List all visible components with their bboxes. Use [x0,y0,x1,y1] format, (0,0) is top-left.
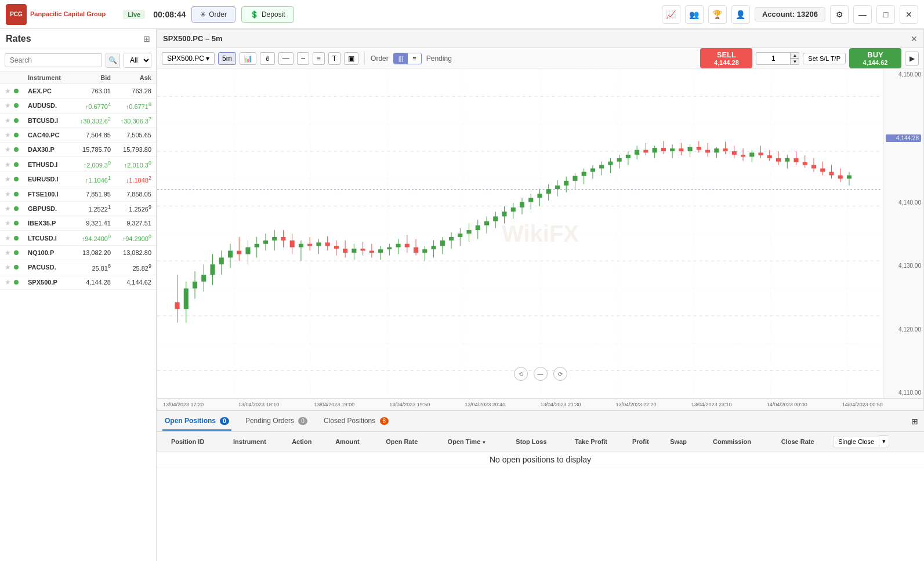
chart-type-bars-button[interactable]: 📊 [240,52,256,65]
rate-row[interactable]: ★ IBEX35.P 9,321.41 9,327.51 [0,216,156,231]
rate-row[interactable]: ★ SPX500.P 4,144.28 4,144.62 [0,275,156,290]
rate-row[interactable]: ★ DAX30.P 15,785.70 15,793.80 [0,143,156,157]
svg-rect-12 [193,282,197,289]
single-close-button[interactable]: Single Close [833,436,879,447]
star-icon[interactable]: ★ [5,249,14,257]
svg-rect-22 [237,251,241,254]
chart-symbol-button[interactable]: SPX500.PC ▾ [162,52,215,65]
chart-timeframe-button[interactable]: 5m [218,52,236,65]
filter-select[interactable]: All [124,53,151,68]
tab-pending-orders[interactable]: Pending Orders 0 [243,412,310,431]
svg-rect-124 [688,147,693,151]
star-icon[interactable]: ★ [5,101,14,110]
svg-rect-40 [316,242,321,246]
status-dot [14,131,28,139]
rate-row[interactable]: ★ AUDUSD. ↑0.67704 ↑0.67718 [0,99,156,114]
deposit-button[interactable]: 💲 Deposit [241,6,294,23]
chart-type-candle-button[interactable]: 🕯 [260,52,275,65]
tab-open-positions[interactable]: Open Positions 0 [162,412,231,431]
star-icon[interactable]: ★ [5,190,14,198]
rate-row[interactable]: ★ FTSE100.I 7,851.95 7,858.05 [0,187,156,202]
chart-icon-button[interactable]: 📈 [662,5,680,24]
chart-scroll-right-button[interactable]: ▶ [905,52,919,65]
maximize-icon-button[interactable]: □ [876,5,895,24]
star-icon[interactable]: ★ [5,263,14,271]
qty-up-button[interactable]: ▲ [790,52,799,59]
rate-row[interactable]: ★ GBPUSD. 1.25221 1.25269 [0,202,156,217]
status-dot [14,190,28,198]
scroll-left-button[interactable]: ⟲ [514,367,528,381]
sidebar: Rates ⊞ 🔍 All Instrument Bid Ask ★ AEX.P… [0,29,157,561]
qty-down-button[interactable]: ▼ [790,59,799,65]
search-input[interactable] [5,53,102,67]
svg-rect-44 [334,246,339,249]
svg-rect-136 [741,155,745,157]
closed-positions-label: Closed Positions [324,417,375,425]
person-icon-button[interactable]: 👤 [731,5,750,24]
chart-grid-button[interactable]: ≡ [313,52,325,65]
status-dot [14,175,28,183]
chart-text-button[interactable]: T [328,52,340,65]
close-icon-button[interactable]: ✕ [900,5,918,24]
pending-orders-label: Pending Orders [245,417,294,425]
chart-line2-button[interactable]: ╌ [297,52,309,65]
trophy-icon-button[interactable]: 🏆 [708,5,727,24]
th-close-rate: Close Rate [767,432,828,451]
rate-row[interactable]: ★ NQ100.P 13,082.20 13,082.80 [0,246,156,260]
settings-icon-button[interactable]: ⚙ [830,5,849,24]
star-icon[interactable]: ★ [5,205,14,213]
rate-row[interactable]: ★ AEX.PC 763.01 763.28 [0,84,156,99]
rate-row[interactable]: ★ LTCUSD.I ↑94.24000 ↑94.29000 [0,231,156,246]
order-toggle-list-button[interactable]: ≡ [408,53,421,64]
chevron-down-icon: ▾ [206,54,209,63]
svg-rect-30 [272,237,277,241]
star-icon[interactable]: ★ [5,116,14,125]
ask-value: ↓1.10482 [111,175,151,184]
qty-input[interactable] [756,52,791,65]
ask-value: 1.25269 [111,205,151,213]
status-dot [14,161,28,169]
set-sl-tp-button[interactable]: Set S/L T/P [803,53,846,64]
chart-line1-button[interactable]: — [278,52,293,65]
table-header-row: Position ID Instrument Action Amount Ope… [157,432,924,451]
th-open-time[interactable]: Open Time [432,432,502,451]
grid-icon[interactable]: ⊞ [143,34,150,43]
star-icon[interactable]: ★ [5,234,14,242]
chart-indicator-button[interactable]: ▣ [344,52,358,65]
order-button[interactable]: ✳ Order [191,6,235,23]
svg-rect-106 [608,162,613,165]
chart-close-button[interactable]: ✕ [911,34,918,43]
scroll-right-button[interactable]: ⟳ [553,367,567,381]
minimize-icon-button[interactable]: — [853,5,872,24]
star-icon[interactable]: ★ [5,175,14,183]
rate-row[interactable]: ★ BTCUSD.I ↑30,302.62 ↑30,306.37 [0,114,156,129]
sell-button[interactable]: SELL 4,144.28 [700,48,752,68]
buy-button[interactable]: BUY 4,144.62 [849,48,901,68]
tab-closed-positions[interactable]: Closed Positions 8 [321,412,391,431]
deposit-label: Deposit [262,10,285,19]
users-icon-button[interactable]: 👥 [685,5,704,24]
scroll-center-button[interactable]: — [534,367,548,381]
svg-rect-156 [829,172,834,176]
star-icon[interactable]: ★ [5,278,14,286]
pending-orders-count: 0 [298,417,307,425]
rate-row[interactable]: ★ PACUSD. 25.818 25.829 [0,260,156,275]
star-icon[interactable]: ★ [5,219,14,227]
rate-row[interactable]: ★ ETHUSD.I ↑2,009.30 ↑2,010.30 [0,157,156,172]
bid-value: 1.25221 [70,205,111,213]
single-close-dropdown-button[interactable]: ▾ [879,435,889,447]
status-dot [14,87,28,95]
star-icon[interactable]: ★ [5,145,14,154]
rate-row[interactable]: ★ EURUSD.I ↑1.10461 ↓1.10482 [0,172,156,187]
svg-rect-148 [793,158,798,162]
star-icon[interactable]: ★ [5,131,14,139]
grid-view-button[interactable]: ⊞ [911,417,918,426]
status-dot [14,145,28,154]
price-level-3: 4,130.00 [886,263,921,269]
search-icon-button[interactable]: 🔍 [106,53,120,68]
order-toggle-bars-button[interactable]: ||| [394,53,408,64]
star-icon[interactable]: ★ [5,87,14,95]
star-icon[interactable]: ★ [5,161,14,169]
rate-row[interactable]: ★ CAC40.PC 7,504.85 7,505.65 [0,128,156,143]
instrument-name: SPX500.P [28,279,70,286]
